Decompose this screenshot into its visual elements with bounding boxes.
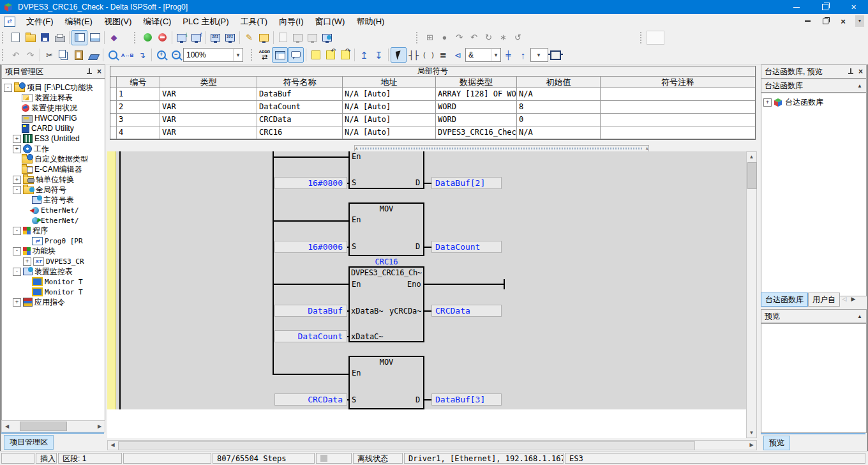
pin-icon[interactable] xyxy=(848,68,854,75)
operand-output[interactable]: DataCount xyxy=(431,241,502,253)
tree-item-prog0[interactable]: ⇄Prog0 [PR xyxy=(2,236,105,246)
toolbar-grip[interactable] xyxy=(640,32,644,43)
chevron-down-icon[interactable]: ▾ xyxy=(531,49,546,61)
scroll-down-icon[interactable]: ▼ xyxy=(747,428,756,438)
zoom-out-icon[interactable]: − xyxy=(168,48,183,62)
tree-item-monitor-2[interactable]: Monitor T xyxy=(2,287,105,297)
close-button[interactable]: × xyxy=(839,0,868,14)
operand-input[interactable]: 16#0006 xyxy=(274,241,347,253)
sim-device-icon[interactable] xyxy=(305,31,320,45)
close-icon[interactable]: × xyxy=(858,67,863,76)
new-file-icon[interactable] xyxy=(8,31,23,45)
scroll-thumb[interactable] xyxy=(747,162,757,189)
pane-splitter[interactable]: ∧ ∧ xyxy=(107,145,757,151)
sim-monitor-icon[interactable] xyxy=(290,31,305,45)
resync-icon[interactable]: ↺ xyxy=(511,31,525,45)
menu-help[interactable]: 帮助(H) xyxy=(350,14,390,29)
close-icon[interactable]: × xyxy=(97,67,101,76)
tab-user-defined[interactable]: 用户自 xyxy=(808,293,840,307)
cycle-icon[interactable]: ↻ xyxy=(481,31,496,45)
coil-icon[interactable]: ( ) xyxy=(421,48,436,62)
operand-input[interactable]: CRCData xyxy=(274,393,347,406)
vertical-line-icon[interactable]: ╪ xyxy=(501,48,516,62)
menu-view[interactable]: 视图(V) xyxy=(98,14,137,29)
bookmark-icon[interactable] xyxy=(308,48,323,62)
scroll-right-icon[interactable]: ▶ xyxy=(94,422,105,431)
compare-block-icon[interactable]: ⊲ xyxy=(451,48,465,62)
move-up-icon[interactable]: ↑ xyxy=(516,48,530,62)
toolbar-grip[interactable] xyxy=(416,32,420,43)
operand-output[interactable]: DataBuf[2] xyxy=(431,177,502,189)
mdi-close-button[interactable]: × xyxy=(837,16,849,26)
mdi-minimize-button[interactable] xyxy=(802,16,813,26)
tree-item-ethernet-in[interactable]: EtherNet/ xyxy=(2,205,105,215)
scroll-right-icon[interactable]: ▶ xyxy=(747,441,756,450)
open-file-icon[interactable] xyxy=(23,31,38,45)
search-icon[interactable] xyxy=(105,48,120,62)
device-monitor-icon[interactable]: 101 xyxy=(223,31,237,45)
minimize-button[interactable] xyxy=(782,0,811,14)
tree-expander[interactable]: + xyxy=(13,145,21,153)
col-datatype[interactable]: 数据类型 xyxy=(436,77,517,88)
bookmark-next-icon[interactable]: ↷ xyxy=(338,48,352,62)
menu-file[interactable]: 文件(F) xyxy=(20,14,59,29)
menu-wizard[interactable]: 向导(I) xyxy=(273,14,309,29)
zoom-level-combo[interactable]: 100% ▾ xyxy=(183,48,243,62)
tree-item-delta-library[interactable]: + 台达函数库 xyxy=(761,97,866,107)
chevron-down-icon[interactable]: ▾ xyxy=(491,49,500,61)
ecam-gear-icon[interactable]: ⊞ xyxy=(423,31,437,45)
toolbar-grip[interactable] xyxy=(251,49,255,61)
comment-display-icon[interactable] xyxy=(288,47,304,63)
fb-instance-name[interactable]: CRC16 xyxy=(348,257,424,266)
menu-plc[interactable]: PLC 主机(P) xyxy=(177,14,234,29)
select-cursor-icon[interactable] xyxy=(391,47,407,63)
tree-item-fb-crc16[interactable]: +STDVPES3_CR xyxy=(2,256,105,266)
mdi-document-icon[interactable]: ⇄ xyxy=(4,17,15,27)
tree-item-hwconfig[interactable]: HWCONFIG xyxy=(2,113,105,123)
toolbar-grip[interactable] xyxy=(134,32,138,43)
col-name[interactable]: 符号名称 xyxy=(257,77,343,88)
ladder-hscrollbar[interactable]: ◀ ▶ xyxy=(107,440,757,450)
tree-item-monitor-1[interactable]: Monitor T xyxy=(2,277,105,287)
tree-item-api[interactable]: +应用指令 xyxy=(2,297,105,307)
paste-icon[interactable] xyxy=(71,48,86,62)
usage-book-icon[interactable]: ◆ xyxy=(107,31,121,45)
instruction-icon[interactable]: ≣ xyxy=(436,48,451,62)
tree-item-function-blocks[interactable]: -功能块 xyxy=(2,246,105,256)
col-initial[interactable]: 初始值 xyxy=(517,77,601,88)
bookmark-prev-icon[interactable]: ↶ xyxy=(323,48,338,62)
tab-project-management[interactable]: 项目管理区 xyxy=(4,435,54,450)
menu-tools[interactable]: 工具(T) xyxy=(235,14,274,29)
refresh-monitor-icon[interactable] xyxy=(320,31,334,45)
online-monitor-icon[interactable]: 101 xyxy=(208,31,223,45)
crc16-function-block[interactable] xyxy=(348,266,424,342)
logic-operator-combo[interactable]: & ▾ xyxy=(465,48,501,62)
pin-icon[interactable] xyxy=(86,68,93,75)
record-point-icon[interactable]: ● xyxy=(437,31,452,45)
view-workspace-icon[interactable] xyxy=(71,30,87,45)
tree-item-plc[interactable]: +ES3 (Untitled xyxy=(2,133,105,144)
tree-expander[interactable]: + xyxy=(13,135,21,143)
operand-output[interactable]: DataBuf[3] xyxy=(431,393,502,406)
project-tree-hscrollbar[interactable]: ◀ ▶ xyxy=(1,420,105,432)
tree-item-project[interactable]: -项目 [F:\PLC功能块 xyxy=(2,82,105,93)
undo-icon[interactable]: ↶ xyxy=(8,48,23,62)
copy-icon[interactable] xyxy=(57,48,71,62)
col-address[interactable]: 地址 xyxy=(343,77,436,88)
toolbar-grip[interactable] xyxy=(2,32,6,43)
ladder-vscrollbar[interactable]: ▲ ▼ xyxy=(746,151,757,438)
insert-network-above-icon[interactable]: ↥ xyxy=(357,48,371,62)
print-icon[interactable] xyxy=(52,31,67,45)
tree-expander[interactable]: + xyxy=(763,98,772,107)
contact-icon[interactable]: ┤├ xyxy=(407,48,421,62)
cut-icon[interactable]: ✂ xyxy=(42,48,57,62)
toolbar-overflow-icon[interactable]: ▾ xyxy=(855,15,864,27)
move-direction-combo[interactable]: ▾ xyxy=(530,48,548,62)
simulator-icon[interactable] xyxy=(276,31,290,45)
tree-expander[interactable]: - xyxy=(13,227,21,235)
tree-item-main-symbol-table[interactable]: 主符号表 xyxy=(2,195,105,205)
tree-expander[interactable]: - xyxy=(13,186,21,194)
insert-network-below-icon[interactable]: ↧ xyxy=(371,48,386,62)
scroll-up-icon[interactable]: ▲ xyxy=(747,152,756,162)
rotate-ccw-icon[interactable]: ↶ xyxy=(467,31,481,45)
